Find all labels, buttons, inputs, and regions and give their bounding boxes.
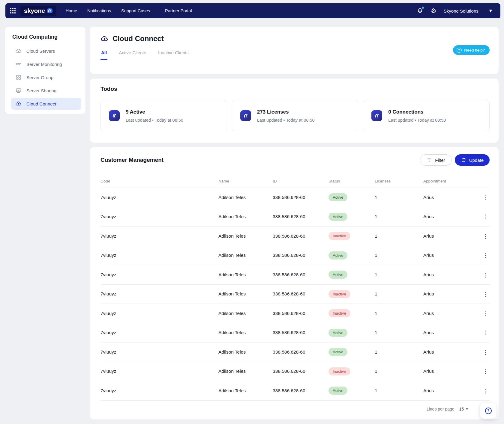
stat-card-connections: 0 Connections Last updated • Today at 08…: [363, 100, 490, 131]
grid-squares-icon: [15, 74, 22, 81]
row-actions-kebab-icon[interactable]: ⋮: [482, 291, 490, 297]
customers-table: Code Name ID Status Licenses Appointment…: [100, 175, 490, 401]
update-button[interactable]: Update: [455, 154, 490, 166]
sidebar-item-label: Cloud Connect: [26, 101, 56, 106]
cell-id: 338.586.628-60: [273, 233, 328, 239]
status-badge: Inactive: [328, 367, 350, 375]
sidebar-item-cloud-connect[interactable]: Cloud Connect: [11, 98, 81, 110]
sidebar: Cloud Computing Cloud Servers: [5, 27, 86, 114]
todos-card: Todos 9 Active Last updated • Today at 0…: [90, 79, 499, 143]
notifications-bell-icon[interactable]: [416, 7, 424, 14]
col-id: ID: [273, 179, 328, 183]
cell-name: Adilson Teles: [218, 214, 273, 219]
col-licenses: Licenses: [375, 179, 423, 183]
nav-item-support-cases[interactable]: Support Cases: [121, 8, 150, 13]
cell-licenses: 1: [375, 272, 423, 277]
cell-licenses: 1: [375, 291, 423, 297]
skyone-logo-icon: [47, 8, 53, 14]
row-actions-kebab-icon[interactable]: ⋮: [482, 194, 490, 201]
status-badge: Inactive: [328, 290, 350, 298]
app-grid-icon[interactable]: [10, 8, 16, 13]
cell-id: 338.586.628-60: [273, 272, 328, 277]
need-help-button[interactable]: ? Need help?: [453, 45, 490, 55]
cell-id: 338.586.628-60: [273, 369, 328, 374]
customer-management-card: Customer Management Filter Update: [90, 147, 499, 420]
table-header-row: Code Name ID Status Licenses Appointment: [100, 175, 490, 188]
skyone-brand-icon: [240, 110, 251, 121]
cell-id: 338.586.628-60: [273, 195, 328, 200]
notification-dot: [422, 7, 424, 9]
sidebar-item-server-group[interactable]: Server Group: [11, 71, 81, 83]
row-actions-kebab-icon[interactable]: ⋮: [482, 271, 490, 278]
nav-item-partner-portal[interactable]: Partner Portal: [165, 8, 192, 13]
table-row: 7viuuyz Adilson Teles 338.586.628-60 Ina…: [100, 304, 490, 323]
table-row: 7viuuyz Adilson Teles 338.586.628-60 Act…: [100, 323, 490, 343]
cell-code: 7viuuyz: [100, 253, 218, 258]
sidebar-item-server-sharing[interactable]: Server Sharing: [11, 85, 81, 96]
account-name[interactable]: Skyone Solutions: [444, 8, 478, 13]
cell-code: 7viuuyz: [100, 330, 218, 335]
cloud-upload-icon: [15, 100, 22, 107]
cell-code: 7viuuyz: [100, 291, 218, 297]
tab-active-clients[interactable]: Active Clients: [118, 50, 147, 60]
status-badge: Active: [328, 251, 347, 259]
floating-help-button[interactable]: ?: [480, 403, 496, 419]
page-size-select[interactable]: 15 ▼: [459, 407, 468, 411]
nav-item-notifications[interactable]: Notifications: [87, 8, 111, 13]
top-navbar: skyone Home Notifications Support Cases …: [5, 3, 500, 18]
skyone-brand-icon: [371, 110, 382, 121]
row-actions-kebab-icon[interactable]: ⋮: [482, 329, 490, 336]
skyone-logo[interactable]: skyone: [20, 6, 56, 16]
row-actions-kebab-icon[interactable]: ⋮: [482, 252, 490, 259]
filter-button[interactable]: Filter: [420, 154, 452, 166]
page-title: Cloud Connect: [112, 34, 164, 43]
cell-appointment: Arius: [423, 349, 479, 355]
tab-inactive-clients[interactable]: Inactive Clients: [158, 50, 189, 60]
chevron-down-icon: ▼: [466, 408, 468, 411]
sidebar-item-cloud-servers[interactable]: Cloud Servers: [11, 45, 81, 57]
cell-code: 7viuuyz: [100, 388, 218, 393]
stat-card-licenses: 273 Licenses Last updated • Today at 08:…: [232, 100, 358, 131]
table-footer: Lines per page 15 ▼ 1-5 o: [100, 401, 490, 417]
settings-gear-icon[interactable]: ⚙: [431, 8, 436, 14]
cell-appointment: Arius: [423, 233, 479, 239]
cell-appointment: Arius: [423, 369, 479, 374]
row-actions-kebab-icon[interactable]: ⋮: [482, 387, 490, 394]
sidebar-item-server-monitoring[interactable]: Server Monitoring: [11, 58, 81, 70]
filter-lines-icon: [427, 157, 432, 163]
cell-appointment: Arius: [423, 330, 479, 335]
cell-name: Adilson Teles: [218, 330, 273, 335]
cell-code: 7viuuyz: [100, 369, 218, 374]
table-row: 7viuuyz Adilson Teles 338.586.628-60 Act…: [100, 381, 490, 401]
table-row: 7viuuyz Adilson Teles 338.586.628-60 Ina…: [100, 362, 490, 381]
cell-licenses: 1: [375, 195, 423, 200]
stat-updated: Last updated • Today at 08:50: [126, 118, 183, 123]
cell-appointment: Arius: [423, 253, 479, 258]
cell-id: 338.586.628-60: [273, 349, 328, 355]
row-actions-kebab-icon[interactable]: ⋮: [482, 349, 490, 355]
table-row: 7viuuyz Adilson Teles 338.586.628-60 Ina…: [100, 285, 490, 304]
col-code: Code: [100, 179, 218, 183]
status-badge: Active: [328, 213, 347, 221]
skyone-brand-icon: [109, 110, 120, 121]
sidebar-item-label: Cloud Servers: [26, 49, 55, 54]
cell-appointment: Arius: [423, 214, 479, 219]
screen-share-icon: [15, 87, 22, 94]
activity-wave-icon: [15, 61, 22, 67]
tab-all[interactable]: All: [100, 50, 107, 60]
table-row: 7viuuyz Adilson Teles 338.586.628-60 Act…: [100, 265, 490, 285]
cell-id: 338.586.628-60: [273, 388, 328, 393]
stat-value: 273 Licenses: [257, 109, 315, 115]
cell-appointment: Arius: [423, 388, 479, 393]
cell-id: 338.586.628-60: [273, 214, 328, 219]
row-actions-kebab-icon[interactable]: ⋮: [482, 368, 490, 375]
account-chevron-down-icon[interactable]: ▼: [489, 9, 492, 13]
table-row: 7viuuyz Adilson Teles 338.586.628-60 Act…: [100, 246, 490, 265]
row-actions-kebab-icon[interactable]: ⋮: [482, 213, 490, 220]
stat-card-active: 9 Active Last updated • Today at 08:50: [100, 100, 227, 131]
row-actions-kebab-icon[interactable]: ⋮: [482, 233, 490, 239]
nav-item-home[interactable]: Home: [65, 8, 77, 13]
cell-code: 7viuuyz: [100, 349, 218, 355]
col-appointment: Appointment: [423, 179, 479, 183]
row-actions-kebab-icon[interactable]: ⋮: [482, 310, 490, 317]
